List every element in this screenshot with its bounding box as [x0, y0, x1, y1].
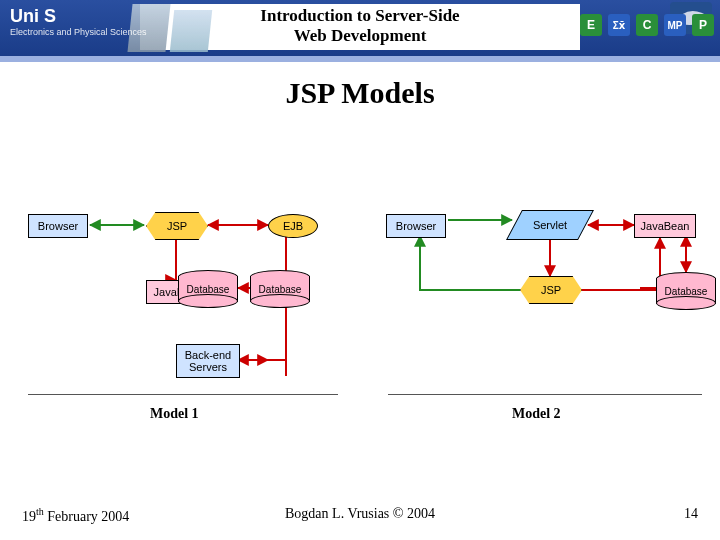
m1-database-node: Database — [178, 270, 238, 308]
footer-author: Bogdan L. Vrusias © 2004 — [0, 506, 720, 522]
header-badges: E Σx̄ C MP P — [580, 14, 714, 36]
m1-jsp-node: JSP — [146, 212, 208, 240]
m2-servlet-node: Servlet — [514, 210, 586, 240]
m2-browser-node: Browser — [386, 214, 446, 238]
model2-caption: Model 2 — [512, 406, 561, 422]
model1-diagram: Browser JSP EJB JavaBean Database .dia.m… — [20, 180, 350, 410]
model1-caption: Model 1 — [150, 406, 199, 422]
model2-diagram: Browser Servlet JavaBean JSP Database — [380, 180, 710, 410]
m2-jsp-node: JSP — [520, 276, 582, 304]
footer: 19th February 2004 Bogdan L. Vrusias © 2… — [0, 506, 720, 530]
slide: Uni S Electronics and Physical Sciences … — [0, 0, 720, 540]
badge-e: E — [580, 14, 602, 36]
page-title: JSP Models — [0, 76, 720, 110]
badge-mp: MP — [664, 14, 686, 36]
diagram-area: Browser JSP EJB JavaBean Database .dia.m… — [0, 180, 720, 410]
badge-c: C — [636, 14, 658, 36]
course-title-line2: Web Development — [294, 26, 427, 45]
header-banner: Uni S Electronics and Physical Sciences … — [0, 0, 720, 62]
badge-sigma: Σx̄ — [608, 14, 630, 36]
model1-divider — [28, 394, 338, 395]
course-title-line1: Introduction to Server-Side — [260, 6, 459, 25]
m1-browser-node: Browser — [28, 214, 88, 238]
m1-ejb-node: EJB — [268, 214, 318, 238]
footer-page: 14 — [684, 506, 698, 522]
badge-p: P — [692, 14, 714, 36]
m2-javabean-node: JavaBean — [634, 214, 696, 238]
m2-database-cyl: Database — [656, 272, 716, 310]
